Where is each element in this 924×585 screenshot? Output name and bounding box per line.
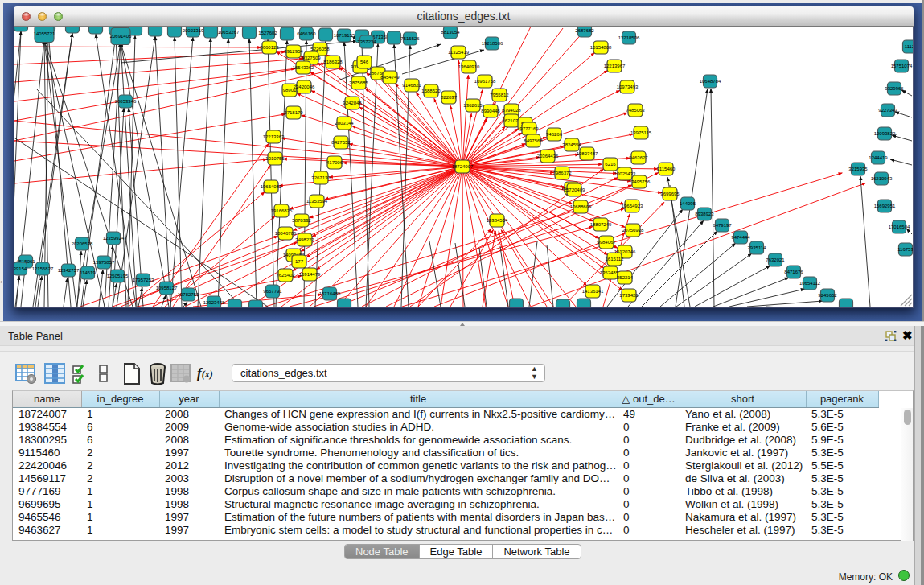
svg-text:546: 546 (360, 60, 369, 64)
svg-text:16210043: 16210043 (871, 176, 893, 181)
svg-text:12342757: 12342757 (58, 268, 80, 273)
svg-text:10154808: 10154808 (590, 45, 612, 50)
svg-text:20756928: 20756928 (622, 228, 644, 233)
svg-text:14136141: 14136141 (582, 289, 604, 294)
svg-text:9227343: 9227343 (878, 108, 897, 113)
svg-text:1615112: 1615112 (606, 257, 625, 262)
svg-text:12359924: 12359924 (103, 236, 125, 241)
svg-text:1112: 1112 (905, 44, 913, 49)
svg-text:10688609: 10688609 (570, 204, 592, 209)
svg-text:15720409: 15720409 (564, 187, 585, 192)
svg-text:7955812: 7955812 (490, 93, 509, 97)
svg-text:10958127: 10958127 (156, 286, 178, 290)
svg-text:39154: 39154 (14, 266, 27, 271)
svg-text:19166825: 19166825 (271, 208, 293, 213)
svg-text:15716485: 15716485 (319, 291, 341, 296)
svg-text:177: 177 (295, 259, 304, 264)
svg-text:6216: 6216 (605, 162, 616, 167)
svg-text:9242848: 9242848 (343, 101, 362, 105)
svg-text:19654082: 19654082 (261, 184, 282, 189)
svg-text:8471676: 8471676 (784, 270, 803, 274)
svg-text:8186328: 8186328 (323, 60, 343, 64)
svg-text:8454749: 8454749 (380, 75, 400, 80)
svg-text:20053346: 20053346 (115, 99, 137, 104)
svg-text:20206538: 20206538 (72, 241, 93, 246)
svg-text:12213363: 12213363 (263, 134, 285, 139)
svg-text:2803144: 2803144 (335, 121, 354, 126)
svg-text:8990448: 8990448 (481, 109, 500, 113)
svg-text:6479197: 6479197 (713, 223, 732, 228)
svg-text:1733426: 1733426 (619, 293, 639, 298)
svg-text:13640910: 13640910 (458, 64, 480, 69)
svg-text:5226058: 5226058 (310, 47, 330, 51)
svg-text:3498222: 3498222 (295, 237, 314, 242)
svg-text:20021319: 20021319 (183, 28, 204, 33)
svg-text:7625402: 7625402 (276, 273, 295, 278)
svg-text:2935114: 2935114 (748, 245, 767, 250)
svg-text:9463627: 9463627 (629, 155, 648, 160)
svg-text:417006: 417006 (326, 160, 343, 165)
svg-text:12093822: 12093822 (874, 131, 896, 136)
svg-text:10025433: 10025433 (614, 171, 636, 176)
svg-text:13975115: 13975115 (630, 130, 652, 135)
svg-text:10653267: 10653267 (218, 30, 240, 35)
svg-text:3912954: 3912954 (284, 49, 303, 54)
svg-text:13975857: 13975857 (93, 260, 115, 265)
svg-text:8813054: 8813054 (441, 30, 460, 35)
svg-text:1244419: 1244419 (869, 155, 888, 160)
svg-text:3824554: 3824554 (562, 142, 581, 147)
svg-text:9699695: 9699695 (660, 192, 680, 196)
svg-text:18807249: 18807249 (590, 222, 612, 227)
svg-text:9146821: 9146821 (402, 83, 421, 88)
svg-text:3875685: 3875685 (349, 80, 368, 85)
svg-text:10046786: 10046786 (275, 231, 297, 236)
svg-text:20364436: 20364436 (537, 154, 559, 159)
svg-text:822037: 822037 (441, 95, 458, 100)
svg-text:114519: 114519 (80, 270, 96, 275)
svg-text:19218506: 19218506 (482, 41, 503, 46)
svg-text:12923448: 12923448 (203, 300, 225, 305)
svg-text:10648784: 10648784 (700, 79, 721, 84)
svg-text:746266: 746266 (546, 132, 563, 137)
svg-text:9984067: 9984067 (597, 240, 616, 245)
svg-text:20691406: 20691406 (110, 34, 132, 39)
svg-text:19384554: 19384554 (487, 218, 508, 223)
svg-text:6466160: 6466160 (297, 31, 316, 36)
svg-text:3267130: 3267130 (311, 175, 331, 180)
svg-text:1362615: 1362615 (463, 103, 483, 108)
svg-text:9777169: 9777169 (519, 126, 539, 131)
svg-text:10782759: 10782759 (178, 292, 199, 297)
svg-text:1588520: 1588520 (421, 89, 441, 93)
svg-text:10973493: 10973493 (617, 84, 639, 89)
svg-text:6794028: 6794028 (502, 108, 521, 113)
svg-text:22420046: 22420046 (294, 84, 315, 89)
svg-text:9329966: 9329966 (885, 86, 904, 91)
svg-text:7632021: 7632021 (766, 257, 785, 262)
svg-text:2687682: 2687682 (575, 28, 594, 33)
svg-text:14055721: 14055721 (34, 31, 55, 36)
svg-text:8427552: 8427552 (331, 140, 351, 145)
svg-text:1527602: 1527602 (258, 31, 277, 35)
svg-text:12213967: 12213967 (604, 64, 626, 68)
svg-text:16961758: 16961758 (474, 79, 496, 84)
svg-text:2718170: 2718170 (284, 110, 303, 115)
svg-text:8938923: 8938923 (695, 212, 714, 216)
svg-text:6497568: 6497568 (524, 138, 543, 143)
svg-text:116753: 116753 (897, 247, 913, 252)
svg-text:10807487: 10807487 (577, 151, 598, 156)
svg-text:13218506: 13218506 (618, 35, 640, 40)
svg-text:19654923: 19654923 (622, 204, 643, 208)
svg-text:252214: 252214 (617, 275, 634, 280)
svg-text:11353594: 11353594 (306, 199, 328, 204)
svg-text:15692951: 15692951 (874, 204, 896, 208)
svg-text:9245652: 9245652 (818, 293, 837, 298)
svg-text:12505195: 12505195 (107, 274, 129, 278)
svg-text:10654112: 10654112 (799, 281, 821, 286)
svg-text:9327509: 9327509 (302, 56, 321, 60)
svg-text:15751074: 15751074 (891, 64, 913, 68)
svg-text:16543362: 16543362 (293, 65, 314, 70)
svg-text:5878332: 5878332 (292, 218, 311, 223)
svg-text:17016504: 17016504 (889, 225, 910, 229)
svg-text:7515526: 7515526 (400, 36, 420, 41)
svg-text:13495756: 13495756 (629, 179, 651, 184)
